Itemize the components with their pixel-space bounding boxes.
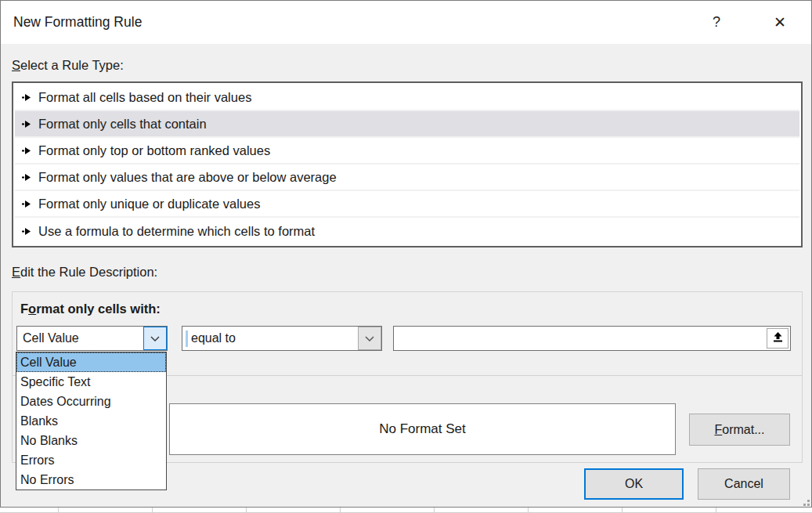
cancel-button[interactable]: Cancel — [698, 468, 790, 500]
dropdown-option-dates-occurring[interactable]: Dates Occurring — [16, 392, 166, 411]
dialog-titlebar[interactable]: New Formatting Rule ? ✕ — [1, 1, 811, 44]
help-button[interactable]: ? — [700, 1, 733, 44]
rule-type-option-label: Format only top or bottom ranked values — [38, 143, 270, 158]
dialog-title: New Formatting Rule — [13, 1, 142, 44]
close-icon: ✕ — [774, 14, 786, 31]
rule-arrow-icon — [22, 121, 31, 128]
rule-arrow-icon — [22, 94, 31, 101]
collapse-dialog-arrow-icon — [774, 332, 782, 345]
rule-arrow-icon — [22, 228, 31, 235]
rule-arrow-icon — [22, 147, 31, 154]
rule-type-listbox: Format all cells based on their values F… — [12, 81, 803, 247]
cell-type-dropdown-list: Cell Value Specific Text Dates Occurring… — [16, 352, 167, 490]
close-button[interactable]: ✕ — [763, 1, 796, 44]
format-button[interactable]: Format... — [689, 414, 790, 446]
dropdown-option-specific-text[interactable]: Specific Text — [16, 372, 166, 392]
rule-type-option-2[interactable]: Format only top or bottom ranked values — [15, 138, 799, 164]
format-preview-box: No Format Set — [169, 403, 676, 455]
operator-combobox-value: equal to — [191, 331, 236, 345]
rule-type-option-5[interactable]: Use a formula to determine which cells t… — [15, 218, 799, 244]
dropdown-option-no-errors[interactable]: No Errors — [16, 470, 166, 490]
rule-type-option-0[interactable]: Format all cells based on their values — [15, 85, 799, 111]
rule-type-option-label: Format only unique or duplicate values — [38, 197, 260, 211]
ok-button[interactable]: OK — [584, 468, 684, 500]
chevron-down-icon[interactable] — [358, 327, 381, 350]
screen: New Formatting Rule ? ✕ Select a Rule Ty… — [0, 0, 812, 513]
operator-combobox[interactable]: equal to — [182, 326, 382, 351]
cell-type-combobox-value: Cell Value — [23, 331, 79, 345]
new-formatting-rule-dialog: New Formatting Rule ? ✕ Select a Rule Ty… — [0, 0, 812, 508]
value-input[interactable] — [396, 329, 763, 348]
text-caret — [186, 331, 188, 347]
worksheet-background — [0, 508, 812, 513]
edit-description-label: Edit the Rule Description: — [12, 265, 157, 280]
rule-type-option-3[interactable]: Format only values that are above or bel… — [15, 164, 799, 191]
rule-type-option-label: Format only values that are above or bel… — [38, 170, 337, 185]
rule-arrow-icon — [22, 174, 31, 181]
chevron-down-icon[interactable] — [143, 327, 167, 350]
dropdown-option-errors[interactable]: Errors — [16, 450, 166, 470]
condition-heading: Format only cells with: — [20, 302, 161, 316]
range-picker-button[interactable] — [767, 328, 789, 349]
rule-arrow-icon — [22, 201, 31, 208]
rule-type-option-label: Format all cells based on their values — [38, 90, 251, 105]
rule-type-option-label: Use a formula to determine which cells t… — [38, 224, 315, 239]
rule-type-option-1[interactable]: Format only cells that contain — [15, 111, 799, 138]
rule-type-option-label: Format only cells that contain — [38, 117, 207, 132]
format-preview-text: No Format Set — [379, 421, 466, 437]
value-field-wrap — [393, 326, 791, 351]
rule-type-option-4[interactable]: Format only unique or duplicate values — [15, 191, 799, 218]
help-icon: ? — [713, 14, 720, 30]
dropdown-option-blanks[interactable]: Blanks — [16, 411, 166, 431]
dropdown-option-no-blanks[interactable]: No Blanks — [16, 431, 166, 450]
rule-type-label: Select a Rule Type: — [12, 58, 124, 73]
cell-type-combobox[interactable]: Cell Value — [16, 326, 168, 351]
dropdown-option-cell-value[interactable]: Cell Value — [16, 352, 166, 372]
